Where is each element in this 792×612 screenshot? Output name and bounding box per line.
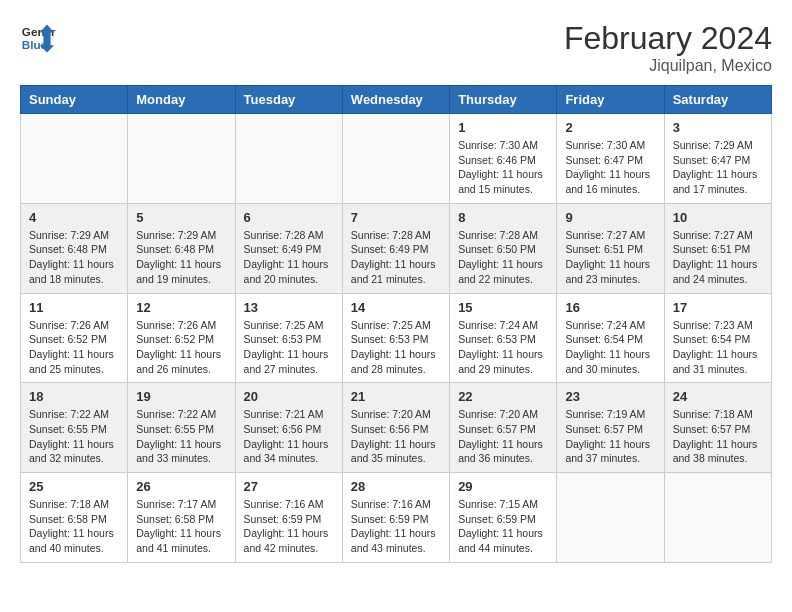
calendar-week-row: 1Sunrise: 7:30 AM Sunset: 6:46 PM Daylig… — [21, 114, 772, 204]
day-info: Sunrise: 7:16 AM Sunset: 6:59 PM Dayligh… — [351, 497, 441, 556]
day-info: Sunrise: 7:28 AM Sunset: 6:49 PM Dayligh… — [351, 228, 441, 287]
calendar-cell: 21Sunrise: 7:20 AM Sunset: 6:56 PM Dayli… — [342, 383, 449, 473]
calendar-cell — [342, 114, 449, 204]
day-info: Sunrise: 7:24 AM Sunset: 6:54 PM Dayligh… — [565, 318, 655, 377]
day-number: 6 — [244, 210, 334, 225]
day-info: Sunrise: 7:23 AM Sunset: 6:54 PM Dayligh… — [673, 318, 763, 377]
day-number: 18 — [29, 389, 119, 404]
calendar-cell: 29Sunrise: 7:15 AM Sunset: 6:59 PM Dayli… — [450, 473, 557, 563]
calendar-cell — [557, 473, 664, 563]
calendar-cell: 26Sunrise: 7:17 AM Sunset: 6:58 PM Dayli… — [128, 473, 235, 563]
calendar-cell: 16Sunrise: 7:24 AM Sunset: 6:54 PM Dayli… — [557, 293, 664, 383]
calendar-cell: 15Sunrise: 7:24 AM Sunset: 6:53 PM Dayli… — [450, 293, 557, 383]
day-number: 20 — [244, 389, 334, 404]
day-info: Sunrise: 7:24 AM Sunset: 6:53 PM Dayligh… — [458, 318, 548, 377]
day-number: 17 — [673, 300, 763, 315]
day-number: 24 — [673, 389, 763, 404]
day-header-sunday: Sunday — [21, 86, 128, 114]
day-info: Sunrise: 7:26 AM Sunset: 6:52 PM Dayligh… — [136, 318, 226, 377]
day-info: Sunrise: 7:18 AM Sunset: 6:57 PM Dayligh… — [673, 407, 763, 466]
day-number: 10 — [673, 210, 763, 225]
day-info: Sunrise: 7:25 AM Sunset: 6:53 PM Dayligh… — [351, 318, 441, 377]
day-number: 22 — [458, 389, 548, 404]
calendar-cell: 2Sunrise: 7:30 AM Sunset: 6:47 PM Daylig… — [557, 114, 664, 204]
calendar-cell: 10Sunrise: 7:27 AM Sunset: 6:51 PM Dayli… — [664, 203, 771, 293]
day-info: Sunrise: 7:20 AM Sunset: 6:57 PM Dayligh… — [458, 407, 548, 466]
day-info: Sunrise: 7:18 AM Sunset: 6:58 PM Dayligh… — [29, 497, 119, 556]
logo: General Blue — [20, 20, 56, 56]
calendar-cell — [235, 114, 342, 204]
day-number: 13 — [244, 300, 334, 315]
calendar-cell: 20Sunrise: 7:21 AM Sunset: 6:56 PM Dayli… — [235, 383, 342, 473]
calendar-cell — [128, 114, 235, 204]
calendar-cell: 23Sunrise: 7:19 AM Sunset: 6:57 PM Dayli… — [557, 383, 664, 473]
day-info: Sunrise: 7:27 AM Sunset: 6:51 PM Dayligh… — [565, 228, 655, 287]
day-header-monday: Monday — [128, 86, 235, 114]
day-info: Sunrise: 7:30 AM Sunset: 6:47 PM Dayligh… — [565, 138, 655, 197]
day-header-saturday: Saturday — [664, 86, 771, 114]
day-info: Sunrise: 7:26 AM Sunset: 6:52 PM Dayligh… — [29, 318, 119, 377]
day-number: 19 — [136, 389, 226, 404]
day-number: 7 — [351, 210, 441, 225]
day-info: Sunrise: 7:29 AM Sunset: 6:48 PM Dayligh… — [136, 228, 226, 287]
main-title: February 2024 — [564, 20, 772, 57]
calendar-cell: 3Sunrise: 7:29 AM Sunset: 6:47 PM Daylig… — [664, 114, 771, 204]
day-number: 16 — [565, 300, 655, 315]
day-info: Sunrise: 7:22 AM Sunset: 6:55 PM Dayligh… — [136, 407, 226, 466]
calendar-cell: 25Sunrise: 7:18 AM Sunset: 6:58 PM Dayli… — [21, 473, 128, 563]
calendar-cell: 27Sunrise: 7:16 AM Sunset: 6:59 PM Dayli… — [235, 473, 342, 563]
day-info: Sunrise: 7:30 AM Sunset: 6:46 PM Dayligh… — [458, 138, 548, 197]
calendar-cell: 19Sunrise: 7:22 AM Sunset: 6:55 PM Dayli… — [128, 383, 235, 473]
calendar-cell: 14Sunrise: 7:25 AM Sunset: 6:53 PM Dayli… — [342, 293, 449, 383]
day-info: Sunrise: 7:28 AM Sunset: 6:50 PM Dayligh… — [458, 228, 548, 287]
calendar-cell: 4Sunrise: 7:29 AM Sunset: 6:48 PM Daylig… — [21, 203, 128, 293]
calendar-cell: 1Sunrise: 7:30 AM Sunset: 6:46 PM Daylig… — [450, 114, 557, 204]
calendar-cell: 11Sunrise: 7:26 AM Sunset: 6:52 PM Dayli… — [21, 293, 128, 383]
day-number: 27 — [244, 479, 334, 494]
calendar-cell — [21, 114, 128, 204]
calendar-cell: 28Sunrise: 7:16 AM Sunset: 6:59 PM Dayli… — [342, 473, 449, 563]
title-area: February 2024 Jiquilpan, Mexico — [564, 20, 772, 75]
day-info: Sunrise: 7:21 AM Sunset: 6:56 PM Dayligh… — [244, 407, 334, 466]
calendar-cell: 18Sunrise: 7:22 AM Sunset: 6:55 PM Dayli… — [21, 383, 128, 473]
calendar-cell — [664, 473, 771, 563]
day-info: Sunrise: 7:15 AM Sunset: 6:59 PM Dayligh… — [458, 497, 548, 556]
calendar-week-row: 25Sunrise: 7:18 AM Sunset: 6:58 PM Dayli… — [21, 473, 772, 563]
calendar-week-row: 18Sunrise: 7:22 AM Sunset: 6:55 PM Dayli… — [21, 383, 772, 473]
day-info: Sunrise: 7:29 AM Sunset: 6:47 PM Dayligh… — [673, 138, 763, 197]
calendar-cell: 24Sunrise: 7:18 AM Sunset: 6:57 PM Dayli… — [664, 383, 771, 473]
day-number: 12 — [136, 300, 226, 315]
calendar-header-row: SundayMondayTuesdayWednesdayThursdayFrid… — [21, 86, 772, 114]
day-number: 9 — [565, 210, 655, 225]
day-info: Sunrise: 7:25 AM Sunset: 6:53 PM Dayligh… — [244, 318, 334, 377]
day-number: 5 — [136, 210, 226, 225]
day-info: Sunrise: 7:16 AM Sunset: 6:59 PM Dayligh… — [244, 497, 334, 556]
day-number: 28 — [351, 479, 441, 494]
day-info: Sunrise: 7:22 AM Sunset: 6:55 PM Dayligh… — [29, 407, 119, 466]
calendar-cell: 9Sunrise: 7:27 AM Sunset: 6:51 PM Daylig… — [557, 203, 664, 293]
header: General Blue February 2024 Jiquilpan, Me… — [20, 20, 772, 75]
day-info: Sunrise: 7:17 AM Sunset: 6:58 PM Dayligh… — [136, 497, 226, 556]
day-number: 25 — [29, 479, 119, 494]
day-number: 11 — [29, 300, 119, 315]
day-number: 2 — [565, 120, 655, 135]
calendar-cell: 8Sunrise: 7:28 AM Sunset: 6:50 PM Daylig… — [450, 203, 557, 293]
day-info: Sunrise: 7:27 AM Sunset: 6:51 PM Dayligh… — [673, 228, 763, 287]
calendar-week-row: 4Sunrise: 7:29 AM Sunset: 6:48 PM Daylig… — [21, 203, 772, 293]
day-header-thursday: Thursday — [450, 86, 557, 114]
calendar-cell: 12Sunrise: 7:26 AM Sunset: 6:52 PM Dayli… — [128, 293, 235, 383]
day-header-wednesday: Wednesday — [342, 86, 449, 114]
day-number: 8 — [458, 210, 548, 225]
day-number: 26 — [136, 479, 226, 494]
day-info: Sunrise: 7:20 AM Sunset: 6:56 PM Dayligh… — [351, 407, 441, 466]
subtitle: Jiquilpan, Mexico — [564, 57, 772, 75]
calendar-week-row: 11Sunrise: 7:26 AM Sunset: 6:52 PM Dayli… — [21, 293, 772, 383]
day-number: 14 — [351, 300, 441, 315]
calendar-cell: 22Sunrise: 7:20 AM Sunset: 6:57 PM Dayli… — [450, 383, 557, 473]
day-number: 3 — [673, 120, 763, 135]
day-number: 23 — [565, 389, 655, 404]
calendar-cell: 13Sunrise: 7:25 AM Sunset: 6:53 PM Dayli… — [235, 293, 342, 383]
day-number: 15 — [458, 300, 548, 315]
calendar-cell: 5Sunrise: 7:29 AM Sunset: 6:48 PM Daylig… — [128, 203, 235, 293]
day-info: Sunrise: 7:19 AM Sunset: 6:57 PM Dayligh… — [565, 407, 655, 466]
